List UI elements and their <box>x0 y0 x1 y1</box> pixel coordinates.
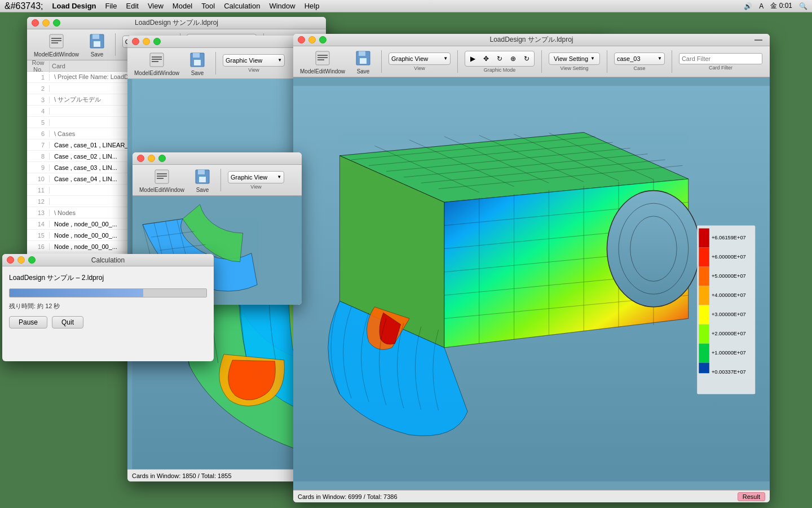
graphic-minimize-btn[interactable] <box>308 36 316 43</box>
case-section: case_03 ▼ Case <box>614 52 665 71</box>
svg-rect-74 <box>193 53 200 58</box>
graphic-mode-label: Graphic Mode <box>484 67 516 73</box>
calc-minimize-btn[interactable] <box>17 256 25 264</box>
svg-rect-59 <box>699 344 709 363</box>
graphic-sep-2 <box>457 50 458 73</box>
maximize-button[interactable] <box>53 19 60 27</box>
back-close-btn[interactable] <box>132 38 139 45</box>
view-setting-arrow: ▼ <box>590 56 595 61</box>
svg-rect-60 <box>699 363 709 374</box>
graphic-view-dropdown[interactable]: Graphic View ▼ <box>389 52 451 65</box>
graphic-zoom-in-icon[interactable]: ⊕ <box>507 52 519 65</box>
search-icon[interactable]: 🔍 <box>799 2 807 10</box>
svg-rect-7 <box>754 40 762 41</box>
view-setting-text: View Setting <box>554 55 588 62</box>
close-button[interactable] <box>32 19 39 27</box>
save-btn[interactable]: Save <box>86 31 108 59</box>
back-dropdown-section: Graphic View ▼ View <box>223 54 285 73</box>
graphic-save-btn[interactable]: Save <box>352 48 374 76</box>
progress-bar-fill <box>10 289 143 297</box>
view-setting-btn[interactable]: View Setting ▼ <box>549 52 600 65</box>
back-view-label: View <box>248 67 259 73</box>
window-graphic-front: LoadDesign サンプル.ldproj ModelEditWindow <box>293 34 770 502</box>
graphic-nav-section: ▶ ✥ ↻ ⊕ ↻ Graphic Mode <box>465 51 535 73</box>
minimize-button[interactable] <box>42 19 50 27</box>
svg-text:+0.00337E+07: +0.00337E+07 <box>712 369 746 375</box>
menu-calculation[interactable]: Calculation <box>224 2 260 10</box>
graphic-sep-1 <box>381 50 382 73</box>
svg-text:+6.00000E+07: +6.00000E+07 <box>712 254 746 260</box>
row-no-header: Row No. <box>27 59 50 73</box>
cardview-titlebar: LoadDesign サンプル.ldproj <box>27 17 326 29</box>
graphic-model-edit-icon <box>314 49 332 67</box>
back-dropdown-value: Graphic View <box>226 57 262 64</box>
svg-rect-5 <box>92 34 99 39</box>
graphic-model-edit-label: ModelEditWindow <box>300 68 345 75</box>
small-minimize-btn[interactable] <box>148 155 155 162</box>
svg-rect-13 <box>359 51 365 56</box>
small-maximize-btn[interactable] <box>158 155 166 162</box>
calc-maximize-btn[interactable] <box>28 256 36 264</box>
model-edit-window-btn[interactable]: ModelEditWindow <box>32 31 81 59</box>
svg-text:+2.00000E+07: +2.00000E+07 <box>712 331 746 336</box>
menu-tool[interactable]: Tool <box>201 2 215 10</box>
small-save-label: Save <box>196 187 209 193</box>
small-dropdown-value: Graphic View <box>231 174 267 181</box>
graphic-close-btn[interactable] <box>298 36 305 43</box>
svg-rect-84 <box>157 176 167 177</box>
small-toolbar: ModelEditWindow Save Graphic View ▼ View <box>133 165 302 196</box>
card-filter-input[interactable] <box>679 53 762 64</box>
pause-button[interactable]: Pause <box>9 316 47 329</box>
small-model-edit-btn[interactable]: ModelEditWindow <box>137 167 187 194</box>
card-header: Card <box>50 63 68 69</box>
back-dropdown-arrow: ▼ <box>277 58 282 63</box>
view-setting-label: View Setting <box>561 65 589 71</box>
graphic-rotate-icon[interactable]: ↻ <box>493 52 506 65</box>
apple-menu[interactable]: &#63743; <box>5 1 43 11</box>
small-titlebar <box>133 152 302 165</box>
back-save-btn[interactable]: Save <box>186 50 209 77</box>
calculation-title: Calculation <box>91 256 125 264</box>
back-view-dropdown[interactable]: Graphic View ▼ <box>223 54 285 67</box>
back-minimize-btn[interactable] <box>143 38 150 45</box>
fem-mesh-svg: +6.06159E+07 +6.00000E+07 +5.00000E+07 +… <box>293 77 770 490</box>
menubar-right: 🔊 A 金 0:01 🔍 <box>744 1 807 11</box>
calc-close-btn[interactable] <box>7 256 14 264</box>
graphic-model-edit-btn[interactable]: ModelEditWindow <box>298 48 347 76</box>
back-maximize-btn[interactable] <box>153 38 161 45</box>
graphic-front-toolbar: ModelEditWindow Save Graphic View ▼ View <box>293 46 770 77</box>
svg-point-49 <box>607 191 700 307</box>
calc-project-name: LoadDesign サンプル – 2.ldproj <box>9 273 207 283</box>
back-model-edit-btn[interactable]: ModelEditWindow <box>132 50 182 77</box>
menu-model[interactable]: Model <box>173 2 192 10</box>
small-close-btn[interactable] <box>137 155 144 162</box>
menubar: &#63743; Load Design File Edit View Mode… <box>0 0 812 12</box>
cardview-title: LoadDesign サンプル.ldproj <box>135 18 218 28</box>
small-save-btn[interactable]: Save <box>191 167 214 194</box>
graphic-sep-4 <box>607 50 607 73</box>
svg-rect-11 <box>317 59 324 60</box>
svg-rect-72 <box>152 61 158 62</box>
menu-file[interactable]: File <box>105 2 117 10</box>
menu-edit[interactable]: Edit <box>126 2 138 10</box>
menu-view[interactable]: View <box>148 2 164 10</box>
small-dropdown-arrow: ▼ <box>277 174 281 179</box>
svg-rect-2 <box>51 40 61 41</box>
graphic-dropdown-value: Graphic View <box>391 55 428 62</box>
svg-text:+6.06159E+07: +6.06159E+07 <box>712 235 746 240</box>
case-dropdown[interactable]: case_03 ▼ <box>614 52 665 65</box>
graphic-maximize-btn[interactable] <box>319 36 326 43</box>
menu-window[interactable]: Window <box>269 2 295 10</box>
result-button[interactable]: Result <box>738 492 765 501</box>
svg-rect-58 <box>699 325 709 344</box>
svg-rect-54 <box>699 248 709 267</box>
graphic-pan-icon[interactable]: ✥ <box>480 52 492 65</box>
graphic-save-label: Save <box>357 68 370 75</box>
small-view-dropdown[interactable]: Graphic View ▼ <box>228 171 284 183</box>
graphic-cursor-icon[interactable]: ▶ <box>466 52 479 65</box>
graphic-refresh-icon[interactable]: ↻ <box>520 52 533 65</box>
menu-help[interactable]: Help <box>304 2 320 10</box>
svg-rect-14 <box>360 58 367 64</box>
quit-button[interactable]: Quit <box>52 316 83 329</box>
menu-load-design[interactable]: Load Design <box>52 2 96 10</box>
